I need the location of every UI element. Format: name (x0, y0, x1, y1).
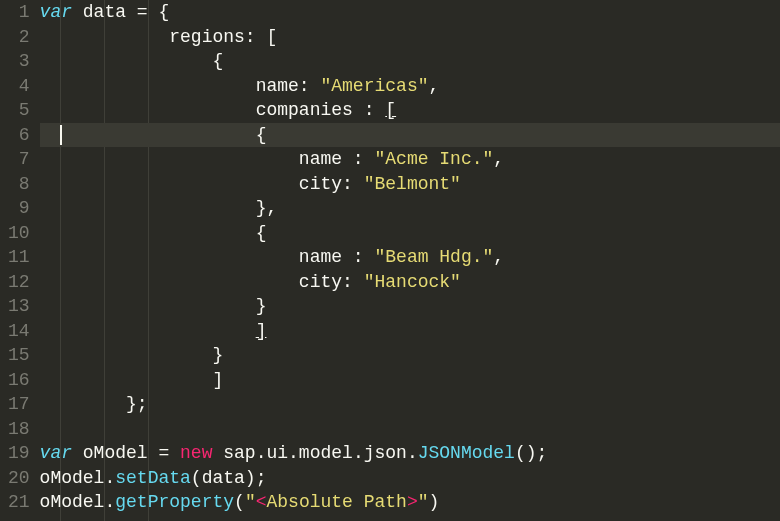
line-number: 5 (8, 98, 30, 123)
code-line[interactable]: name: "Americas", (40, 74, 780, 99)
code-line[interactable]: var data = { (40, 0, 780, 25)
line-gutter: 1 2 3 4 5 6 7 8 9 10 11 12 13 14 15 16 1… (0, 0, 40, 521)
line-number: 7 (8, 147, 30, 172)
code-line[interactable]: oModel.getProperty("<Absolute Path>") (40, 490, 780, 515)
code-line[interactable]: }; (40, 392, 780, 417)
line-number: 12 (8, 270, 30, 295)
line-number: 6 (8, 123, 30, 148)
code-line[interactable]: var oModel = new sap.ui.model.json.JSONM… (40, 441, 780, 466)
line-number: 3 (8, 49, 30, 74)
line-number: 4 (8, 74, 30, 99)
code-content[interactable]: var data = { regions: [ { name: "America… (40, 0, 780, 521)
code-line[interactable]: ] (40, 368, 780, 393)
code-line[interactable]: { (40, 49, 780, 74)
line-number: 1 (8, 0, 30, 25)
code-line[interactable]: name : "Beam Hdg.", (40, 245, 780, 270)
line-number: 17 (8, 392, 30, 417)
line-number: 15 (8, 343, 30, 368)
code-line[interactable]: { (40, 221, 780, 246)
cursor-icon (60, 125, 62, 145)
code-line[interactable]: name : "Acme Inc.", (40, 147, 780, 172)
code-line[interactable] (40, 417, 780, 442)
code-line[interactable]: }, (40, 196, 780, 221)
line-number: 13 (8, 294, 30, 319)
code-line[interactable]: city: "Belmont" (40, 172, 780, 197)
code-line[interactable]: city: "Hancock" (40, 270, 780, 295)
line-number: 14 (8, 319, 30, 344)
code-line[interactable]: regions: [ (40, 25, 780, 50)
line-number: 11 (8, 245, 30, 270)
line-number: 20 (8, 466, 30, 491)
line-number: 16 (8, 368, 30, 393)
code-editor[interactable]: 1 2 3 4 5 6 7 8 9 10 11 12 13 14 15 16 1… (0, 0, 780, 521)
line-number: 21 (8, 490, 30, 515)
line-number: 19 (8, 441, 30, 466)
line-number: 10 (8, 221, 30, 246)
code-line[interactable]: companies : [ (40, 98, 780, 123)
line-number: 2 (8, 25, 30, 50)
code-line[interactable]: oModel.setData(data); (40, 466, 780, 491)
line-number: 8 (8, 172, 30, 197)
code-line[interactable]: } (40, 343, 780, 368)
line-number: 18 (8, 417, 30, 442)
code-line[interactable]: ] (40, 319, 780, 344)
code-line-current[interactable]: { (40, 123, 780, 148)
code-line[interactable]: } (40, 294, 780, 319)
line-number: 9 (8, 196, 30, 221)
